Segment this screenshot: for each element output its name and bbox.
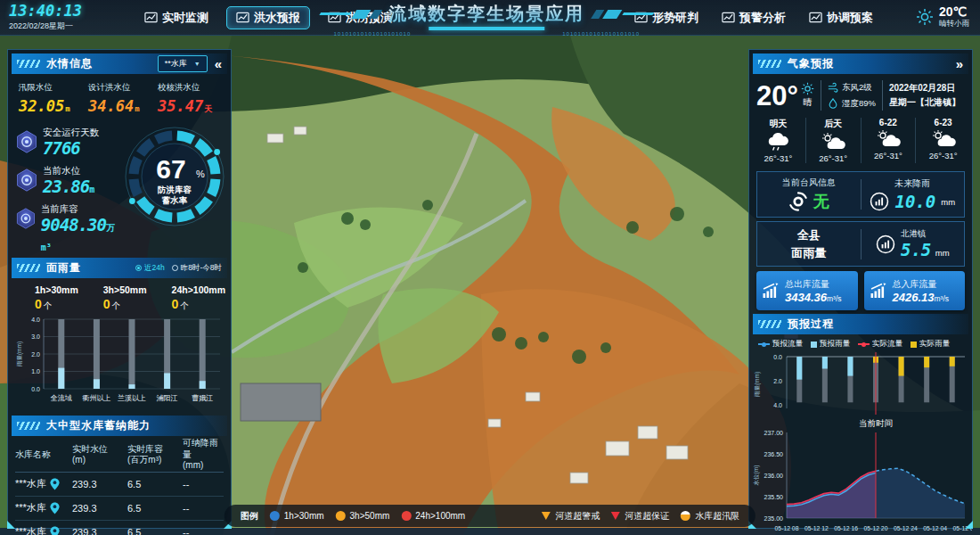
plan-chart-icon xyxy=(809,11,822,24)
table-row[interactable]: ***水库 239.3 6.5 -- xyxy=(15,473,224,497)
legend-forecast-rain: 预报雨量 xyxy=(811,339,850,350)
hexagon-badge-icon xyxy=(15,207,37,230)
location-pin-icon[interactable] xyxy=(50,526,60,535)
sun-icon xyxy=(916,8,934,26)
sun-cloud-icon xyxy=(820,132,846,152)
legend-actual-rain: 实际雨量 xyxy=(911,339,950,350)
nav-item-warning-analysis[interactable]: 预警分析 xyxy=(716,6,791,29)
current-date: 2022/02/28星期一 xyxy=(9,21,114,32)
humidity-icon xyxy=(828,98,838,109)
panel-expand-button[interactable]: » xyxy=(956,57,963,70)
weather-forecast-panel: 气象预报 » 20° 晴 东风2级 湿度89% 2022年02月28日 星期一【… xyxy=(748,49,973,529)
counter-label: 1h>30mm xyxy=(35,284,103,295)
total-outflow-button[interactable]: 总出库流量 3434.36m³/s xyxy=(756,271,858,310)
svg-text:236.50: 236.50 xyxy=(764,451,784,457)
counter-label: 24h>100mm xyxy=(172,284,225,295)
reservoir-table-title: 大中型水库蓄纳能力 xyxy=(46,418,151,433)
radio-label: 近24h xyxy=(144,263,165,274)
nav-item-flood-forecast[interactable]: 洪水预报 xyxy=(226,6,310,29)
blue-dot-icon xyxy=(270,511,280,521)
counter-3h: 3h>50mm 0个 xyxy=(103,284,172,312)
title-decor-left xyxy=(320,10,380,19)
area-rain-box: 全县 面雨量 北港镇 5.5 mm xyxy=(756,221,965,267)
forecast-process-title: 预报过程 xyxy=(788,317,834,332)
col-header: 实时库容 xyxy=(127,444,183,456)
water-info-panel: 水情信息 **水库 ▼ « 汛限水位 32.05m 设计洪水位 34.64m 校… xyxy=(7,49,232,529)
counter-1h: 1h>30mm 0个 xyxy=(35,284,103,312)
location-pin-icon[interactable] xyxy=(50,478,60,490)
nav-label: 实时监测 xyxy=(162,10,208,26)
forecast-level-chart: 237.00236.50236.00235.50235.0005-12 0805… xyxy=(751,429,972,535)
chevron-down-icon: ▼ xyxy=(194,61,200,67)
svg-text:05-12 12: 05-12 12 xyxy=(804,525,829,531)
red-dot-icon xyxy=(401,511,411,521)
water-info-title: 水情信息 xyxy=(46,56,93,71)
half-circle-icon xyxy=(681,511,690,521)
svg-text:防洪库容: 防洪库容 xyxy=(158,185,192,194)
svg-text:4.0: 4.0 xyxy=(31,317,40,323)
weather-title: 气象预报 xyxy=(788,56,834,71)
nav-item-realtime-monitor[interactable]: 实时监测 xyxy=(139,6,214,29)
design-flood-level-stat: 设计洪水位 34.64m xyxy=(88,82,158,115)
header-weather: 20℃ 晴转小雨 xyxy=(916,5,969,29)
nav-item-coordination-plan[interactable]: 协调预案 xyxy=(804,6,878,29)
table-row[interactable]: ***水库 239.3 6.5 -- xyxy=(15,497,224,521)
area-rain-bar-chart: 4.03.02.01.00.0全流域衢州以上兰溪以上浦阳江曹娥江雨量(mm) xyxy=(13,314,227,408)
town-rain-value: 5.5 xyxy=(901,240,931,259)
legend-forecast-flow: 预报流量 xyxy=(758,339,803,350)
line-marker-icon xyxy=(758,343,770,345)
legend-reservoir-limit: 水库超汛限 xyxy=(681,510,739,523)
counter-unit: 个 xyxy=(44,300,53,310)
area-rain-title: 面雨量 xyxy=(46,260,81,276)
counter-label: 3h>50mm xyxy=(103,284,172,295)
typhoon-value: 无 xyxy=(813,191,829,212)
svg-text:雨量(mm): 雨量(mm) xyxy=(754,372,761,397)
table-header-row: 水库名称 实时水位(m) 实时库容(百万m³) 可纳降雨量(mm) xyxy=(15,438,224,473)
page-title: 流域数字孪生场景应用 xyxy=(388,2,584,26)
table-row[interactable]: ***水库 239.3 6.5 -- xyxy=(15,521,224,535)
dashboard-root: 13:40:13 2022/02/28星期一 实时监测 洪水预报 洪涝预演 xyxy=(0,0,980,535)
svg-text:05-12 20: 05-12 20 xyxy=(864,525,888,531)
svg-text:2.0: 2.0 xyxy=(773,378,782,384)
sun-cloud-icon xyxy=(930,129,957,149)
location-pin-icon[interactable] xyxy=(50,502,60,514)
reservoir-table: 水库名称 实时水位(m) 实时库容(百万m³) 可纳降雨量(mm) ***水库 … xyxy=(8,436,231,535)
county-area-rain: 全县 面雨量 xyxy=(757,222,861,266)
weather-date-block: 2022年02月28日 星期一【北港镇】 xyxy=(889,81,960,110)
svg-text:05-12 08: 05-12 08 xyxy=(775,525,799,531)
forecast-chart-icon xyxy=(236,11,249,24)
future-rain-info: 未来降雨 10.0 mm xyxy=(862,173,965,216)
svg-text:雨量(mm): 雨量(mm) xyxy=(16,342,23,366)
current-temp: 20° xyxy=(756,82,798,110)
radio-8am-window[interactable]: 昨8时-今8时 xyxy=(172,263,222,274)
nav-group-right: 形势研判 预警分析 协调预案 xyxy=(629,6,878,29)
forecast-day-623: 6-23 26°-31° xyxy=(915,118,970,163)
rain-gauge-icon xyxy=(876,235,895,254)
radio-last-24h[interactable]: 近24h xyxy=(135,263,165,274)
metric-value: 9048.30 xyxy=(41,215,106,235)
hexagon-badge-icon xyxy=(15,130,38,153)
section-stripes-icon xyxy=(758,320,781,328)
town-name: 北港镇 xyxy=(901,228,927,240)
station-dropdown[interactable]: **水库 ▼ xyxy=(158,55,208,72)
total-inflow-button[interactable]: 总入库流量 2426.13m³/s xyxy=(864,271,966,310)
legend-rain-3h: 3h>50mm xyxy=(336,511,390,521)
current-level-metric: 当前水位 23.86m xyxy=(15,165,118,197)
forecast-day-after: 后天 26°-31° xyxy=(805,118,861,163)
design-levels-row: 汛限水位 32.05m 设计洪水位 34.64m 校核洪水位 35.47天 xyxy=(8,74,231,119)
panel-collapse-button[interactable]: « xyxy=(215,57,222,70)
svg-text:05-12 16: 05-12 16 xyxy=(834,525,858,531)
svg-text:浦阳江: 浦阳江 xyxy=(157,394,178,402)
square-marker-icon xyxy=(811,342,817,348)
svg-text:曹娥江: 曹娥江 xyxy=(192,394,213,402)
safe-days-metric: 安全运行天数 7766 xyxy=(15,127,118,159)
square-marker-icon xyxy=(911,342,917,348)
line-marker-icon xyxy=(858,343,870,345)
forecast-day-622: 6-22 26°-31° xyxy=(861,118,916,163)
svg-text:蓄水率: 蓄水率 xyxy=(162,195,188,205)
title-decor-right xyxy=(593,10,653,19)
area-rain-header: 面雨量 近24h 昨8时-今8时 xyxy=(12,258,227,278)
svg-text:05-12 04: 05-12 04 xyxy=(923,525,947,531)
title-underline xyxy=(429,27,544,30)
current-time: 13:40:13 xyxy=(9,4,114,19)
